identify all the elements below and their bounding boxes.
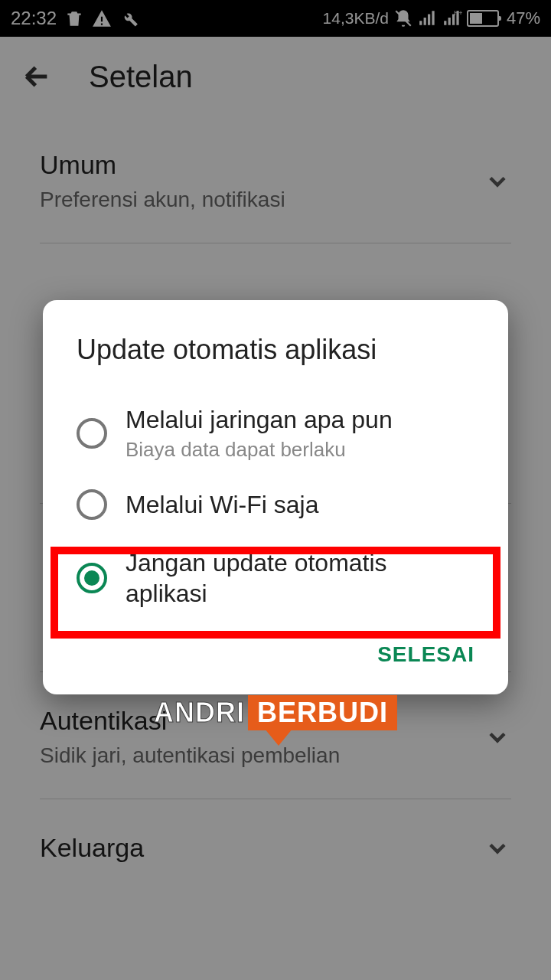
radio-icon xyxy=(77,418,107,449)
radio-any-network[interactable]: Melalui jaringan apa pun Biaya data dapa… xyxy=(49,390,502,475)
radio-dont-update[interactable]: Jangan update otomatis aplikasi xyxy=(49,534,502,622)
watermark: ANDRI BERBUDI xyxy=(154,695,397,730)
radio-icon xyxy=(77,489,107,520)
radio-sublabel: Biaya data dapat berlaku xyxy=(126,438,393,462)
auto-update-dialog: Update otomatis aplikasi Melalui jaringa… xyxy=(43,300,508,694)
watermark-right: BERBUDI xyxy=(248,695,397,730)
radio-label: Jangan update otomatis aplikasi xyxy=(126,547,474,609)
dialog-title: Update otomatis aplikasi xyxy=(49,334,502,390)
done-button[interactable]: SELESAI xyxy=(377,642,474,667)
radio-wifi-only[interactable]: Melalui Wi-Fi saja xyxy=(49,475,502,534)
radio-label: Melalui jaringan apa pun xyxy=(126,404,393,435)
radio-label: Melalui Wi-Fi saja xyxy=(126,489,318,520)
watermark-left: ANDRI xyxy=(154,697,248,729)
radio-icon-selected xyxy=(77,563,107,593)
